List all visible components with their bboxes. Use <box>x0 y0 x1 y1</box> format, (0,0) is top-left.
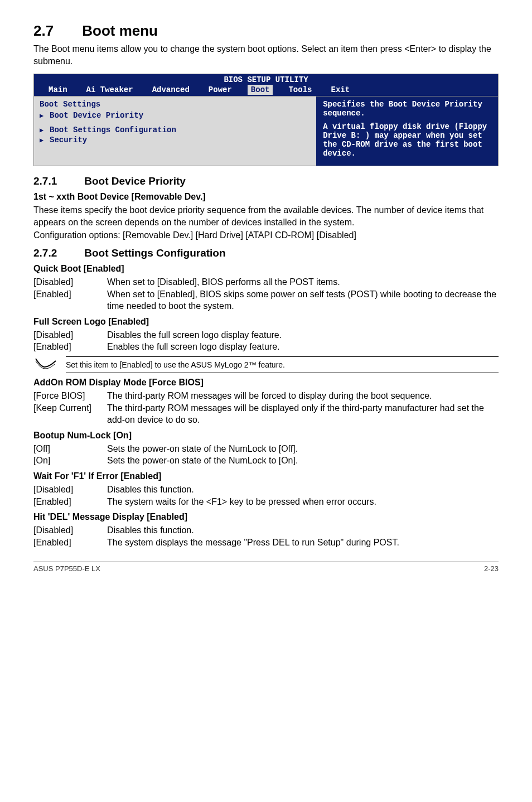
option-heading: Bootup Num-Lock [On] <box>33 431 499 441</box>
tab-power: Power <box>205 85 235 95</box>
intro-text: The Boot menu items allow you to change … <box>33 43 499 67</box>
option-value: The third-party ROM messages will be for… <box>107 390 499 402</box>
footer-left: ASUS P7P55D-E LX <box>33 564 100 573</box>
bios-item: Boot Settings Configuration <box>40 125 311 134</box>
bios-screenshot: BIOS SETUP UTILITY Main Ai Tweaker Advan… <box>33 74 499 166</box>
option-value: Disables the full screen logo display fe… <box>107 329 499 341</box>
option-value: Disables this function. <box>107 524 499 537</box>
option-table: [Disabled]Disables the full screen logo … <box>33 329 499 353</box>
option-value: Sets the power-on state of the NumLock t… <box>107 443 499 455</box>
note-row: Set this item to [Enabled] to use the AS… <box>33 356 499 373</box>
option-key: [Disabled] <box>33 276 107 288</box>
tab-exit: Exit <box>327 85 353 95</box>
bios-help-text: A virtual floppy disk drive (Floppy Driv… <box>323 122 492 158</box>
body-text: These items specify the boot device prio… <box>33 204 499 228</box>
option-heading: Quick Boot [Enabled] <box>33 264 499 274</box>
option-key: [Force BIOS] <box>33 390 107 402</box>
footer-right: 2-23 <box>484 564 499 573</box>
option-key: [Disabled] <box>33 484 107 496</box>
option-heading: Wait For 'F1' If Error [Enabled] <box>33 471 499 481</box>
bios-tabs: Main Ai Tweaker Advanced Power Boot Tool… <box>34 85 498 96</box>
subsection-number: 2.7.1 <box>33 175 81 187</box>
bios-left-pane: Boot Settings Boot Device Priority Boot … <box>34 96 316 166</box>
subsection-title: 2.7.2 Boot Settings Configuration <box>33 247 499 259</box>
bios-item: Security <box>40 136 311 144</box>
bios-left-heading: Boot Settings <box>40 100 311 109</box>
body-text: Configuration options: [Removable Dev.] … <box>33 229 499 241</box>
bios-body: Boot Settings Boot Device Priority Boot … <box>34 96 498 166</box>
option-key: [Enabled] <box>33 537 107 549</box>
tab-ai-tweaker: Ai Tweaker <box>83 85 137 95</box>
option-value: Sets the power-on state of the NumLock t… <box>107 455 499 467</box>
option-heading: Full Screen Logo [Enabled] <box>33 317 499 327</box>
tab-advanced: Advanced <box>149 85 193 95</box>
option-heading: Hit 'DEL' Message Display [Enabled] <box>33 512 499 522</box>
option-table: [Off]Sets the power-on state of the NumL… <box>33 443 499 467</box>
tab-main: Main <box>45 85 71 95</box>
subsection-text: Boot Settings Configuration <box>84 247 225 259</box>
option-value: The system waits for the <F1> key to be … <box>107 496 499 508</box>
option-table: [Disabled]When set to [Disabled], BIOS p… <box>33 276 499 312</box>
bios-item: Boot Device Priority <box>40 111 311 120</box>
option-table: [Disabled]Disables this function. [Enabl… <box>33 524 499 548</box>
tab-boot: Boot <box>248 85 273 95</box>
option-key: [Keep Current] <box>33 402 107 426</box>
option-key: [Enabled] <box>33 341 107 353</box>
subsection-title: 2.7.1 Boot Device Priority <box>33 175 499 187</box>
option-heading: 1st ~ xxth Boot Device [Removable Dev.] <box>33 192 499 202</box>
option-key: [Enabled] <box>33 288 107 312</box>
option-value: The third-party ROM messages will be dis… <box>107 402 499 426</box>
subsection-text: Boot Device Priority <box>84 175 186 187</box>
option-heading: AddOn ROM Display Mode [Force BIOS] <box>33 378 499 388</box>
option-key: [Off] <box>33 443 107 455</box>
option-value: When set to [Enabled], BIOS skips some p… <box>107 288 499 312</box>
tab-tools: Tools <box>285 85 315 95</box>
option-table: [Force BIOS]The third-party ROM messages… <box>33 390 499 426</box>
option-key: [Enabled] <box>33 496 107 508</box>
option-key: [Disabled] <box>33 329 107 341</box>
subsection-number: 2.7.2 <box>33 247 81 259</box>
section-number: 2.7 <box>33 22 78 40</box>
option-value: Enables the full screen logo display fea… <box>107 341 499 353</box>
option-key: [On] <box>33 455 107 467</box>
option-value: Disables this function. <box>107 484 499 496</box>
bios-header: BIOS SETUP UTILITY <box>34 74 498 85</box>
bios-right-pane: Specifies the Boot Device Priority seque… <box>316 96 498 166</box>
option-key: [Disabled] <box>33 524 107 537</box>
option-value: The system displays the message "Press D… <box>107 537 499 549</box>
note-text: Set this item to [Enabled] to use the AS… <box>66 356 499 373</box>
note-icon <box>33 356 58 373</box>
section-text: Boot menu <box>82 22 158 39</box>
option-table: [Disabled]Disables this function. [Enabl… <box>33 484 499 508</box>
page-footer: ASUS P7P55D-E LX 2-23 <box>33 562 499 573</box>
bios-help-text: Specifies the Boot Device Priority seque… <box>323 100 492 118</box>
option-value: When set to [Disabled], BIOS performs al… <box>107 276 499 288</box>
section-title: 2.7 Boot menu <box>33 22 499 40</box>
